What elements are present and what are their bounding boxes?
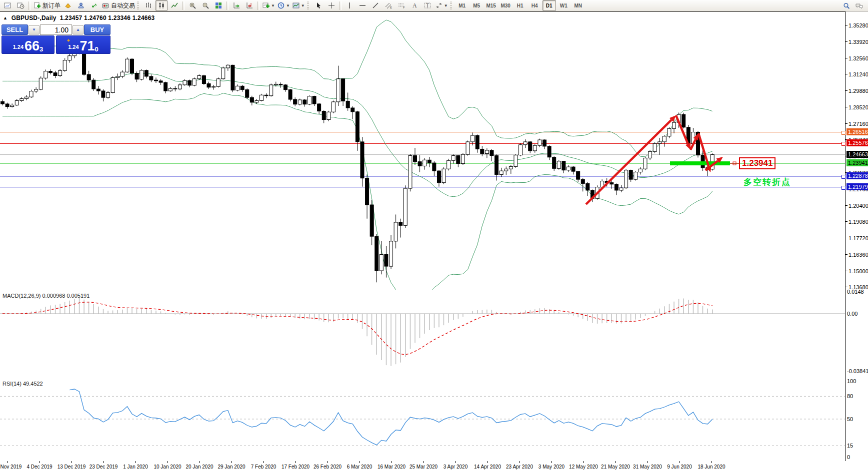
fibonacci-tool-button[interactable]: F <box>396 0 408 11</box>
profiles-button[interactable] <box>14 0 26 11</box>
candle <box>274 84 278 84</box>
crosshair-tool-button[interactable] <box>326 0 338 11</box>
timeframe-button-m1[interactable]: M1 <box>456 0 469 11</box>
text-label-tool-button[interactable]: T <box>422 0 434 11</box>
indicators-button[interactable]: ▼ <box>262 0 276 11</box>
arrows-tool-button[interactable]: ▼ <box>434 0 448 11</box>
time-axis-label: 23 Apr 2020 <box>506 464 533 470</box>
candle <box>504 169 508 171</box>
sell-price-panel[interactable]: 1.24 66 3 <box>2 35 54 54</box>
timeframe-button-w1[interactable]: W1 <box>557 0 570 11</box>
metaeditor-button[interactable] <box>62 0 74 11</box>
templates-button[interactable]: ▼ <box>292 0 306 11</box>
timeframe-button-h4[interactable]: H4 <box>528 0 542 11</box>
candle <box>24 97 28 98</box>
new-order-button[interactable]: 新订单 <box>32 0 61 11</box>
navigator-button[interactable] <box>75 0 87 11</box>
time-axis-label: 9 Jun 2020 <box>667 464 692 470</box>
candle <box>92 80 96 89</box>
time-axis-label: 7 Feb 2020 <box>251 464 276 470</box>
vertical-line-tool-button[interactable] <box>344 0 356 11</box>
price-axis-tick: 1.27160 <box>846 121 868 127</box>
tile-windows-icon <box>214 1 222 9</box>
zoom-out-icon <box>202 1 210 9</box>
sell-button[interactable]: SELL <box>2 24 28 35</box>
timeframe-button-mn[interactable]: MN <box>572 0 585 11</box>
auto-scroll-button[interactable] <box>230 0 242 11</box>
candle <box>519 145 522 155</box>
horizontal-line-tool-button[interactable] <box>356 0 368 11</box>
time-axis-label: 29 Jan 2020 <box>218 464 245 470</box>
candle <box>255 100 258 102</box>
buy-price-panel[interactable]: 1.24 71 0 <box>56 35 110 54</box>
buy-price-prefix: 1.24 <box>68 42 78 52</box>
time-axis-tick <box>712 461 712 463</box>
timeframe-button-m30[interactable]: M30 <box>499 0 512 11</box>
trendline-tool-button[interactable] <box>370 0 382 11</box>
candle <box>624 170 628 188</box>
candle <box>44 71 48 78</box>
signals-button[interactable] <box>88 0 100 11</box>
candle <box>456 156 460 164</box>
candle <box>270 85 273 96</box>
macd-name: MACD(12,26,9) <box>2 293 40 299</box>
candle <box>318 104 321 111</box>
text-tool-button[interactable]: A <box>408 0 420 11</box>
price-level-callout[interactable]: 1.23941 <box>739 157 776 169</box>
volume-input[interactable]: 1.00 <box>40 24 72 35</box>
search-button[interactable] <box>840 0 852 11</box>
price-axis-badge: 1.24663 <box>846 151 868 158</box>
price-axis-badge: 1.22878 <box>846 172 868 179</box>
chart-shift-button[interactable] <box>244 0 256 11</box>
bar-chart-type-button[interactable] <box>142 0 154 11</box>
chat-icon <box>855 2 864 10</box>
chart-shift-icon <box>246 1 254 9</box>
price-axis-tick: 1.19080 <box>846 219 868 225</box>
timeframe-button-m15[interactable]: M15 <box>484 0 498 11</box>
candlestick-type-button[interactable] <box>156 0 168 11</box>
volume-increase-button[interactable]: ▲ <box>72 25 84 34</box>
candle <box>614 184 618 190</box>
trendline-icon <box>372 1 380 9</box>
line-chart-type-button[interactable] <box>168 0 180 11</box>
tick-dash <box>846 74 848 74</box>
price-chart-pane[interactable] <box>0 11 845 290</box>
equidistant-channel-tool-button[interactable]: E <box>382 0 394 11</box>
candle <box>10 105 14 106</box>
periods-button[interactable]: ▼ <box>276 0 290 11</box>
time-axis-label: 6 Mar 2020 <box>347 464 372 470</box>
chinese-note-text[interactable]: 多空转折点 <box>744 176 791 188</box>
tile-windows-button[interactable] <box>212 0 224 11</box>
new-chart-button[interactable] <box>2 0 14 11</box>
zoom-in-button[interactable] <box>186 0 198 11</box>
macd-pane[interactable] <box>0 291 845 378</box>
candle <box>284 85 287 90</box>
volume-decrease-button[interactable]: ▼ <box>28 25 40 34</box>
candle <box>144 70 148 76</box>
zoom-out-button[interactable] <box>200 0 212 11</box>
candle <box>490 150 494 156</box>
toolbar-separator <box>226 1 228 10</box>
macd-axis-label: 0.00 <box>847 311 858 317</box>
time-axis[interactable]: 25 Nov 20194 Dec 201913 Dec 201923 Dec 2… <box>0 461 845 474</box>
candle <box>485 150 488 154</box>
timeframe-group: M1M5M15M30H1H4D1W1MN <box>455 0 586 11</box>
rsi-pane[interactable] <box>0 379 845 461</box>
buy-button[interactable]: BUY <box>84 24 110 35</box>
timeframe-button-d1[interactable]: D1 <box>542 0 556 11</box>
rsi-value: 49.4522 <box>23 381 43 387</box>
chat-button[interactable] <box>854 0 866 11</box>
candle <box>638 169 642 172</box>
time-axis-label: 18 Jun 2020 <box>698 464 725 470</box>
price-axis[interactable]: 1.352801.339201.325601.312401.298801.285… <box>845 11 868 461</box>
timeframe-button-h1[interactable]: H1 <box>514 0 527 11</box>
tick-dash <box>846 221 848 222</box>
cursor-tool-button[interactable] <box>312 0 324 11</box>
candle <box>150 76 153 80</box>
autotrading-button[interactable]: 自动交易 <box>101 0 136 11</box>
timeframe-button-m5[interactable]: M5 <box>470 0 484 11</box>
candle <box>566 167 570 170</box>
candle <box>576 171 580 179</box>
time-axis-tick <box>8 461 8 463</box>
time-axis-tick <box>456 461 456 463</box>
